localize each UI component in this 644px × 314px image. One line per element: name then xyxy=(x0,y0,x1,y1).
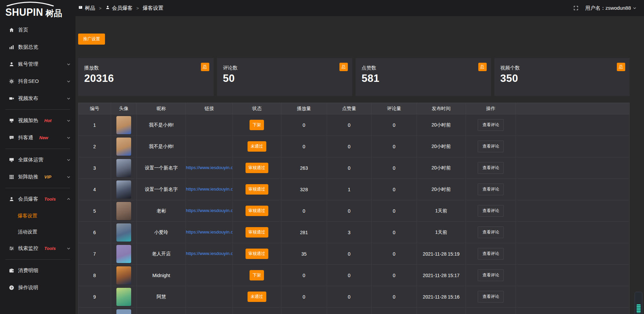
avatar[interactable] xyxy=(116,266,131,284)
stat-card-评论数: 评论数50总 xyxy=(217,58,353,96)
view-comments-button[interactable]: 查看评论 xyxy=(478,205,504,217)
cell-action: 查看评论 xyxy=(466,222,516,243)
cell-publish-time: 2021-11-28 15:17 xyxy=(417,265,466,286)
cell-likes xyxy=(327,308,371,314)
sidebar-item-数据总览[interactable]: 数据总览 xyxy=(0,39,75,56)
cell-avatar xyxy=(111,265,137,286)
status-badge[interactable]: 未通过 xyxy=(248,292,266,302)
sidebar-item-视频加热[interactable]: 视频加热Hot xyxy=(0,112,75,129)
stripes-icon xyxy=(637,304,641,313)
status-badge[interactable]: 下架 xyxy=(250,270,264,280)
video-link[interactable]: https://www.iesdouyin.c xyxy=(186,251,232,256)
view-comments-button[interactable]: 查看评论 xyxy=(478,141,504,152)
user-menu[interactable]: 用户名：zswodun88 xyxy=(585,5,637,11)
sidebar-item-账号管理[interactable]: 账号管理 xyxy=(0,56,75,73)
sidebar-item-操作说明[interactable]: ?操作说明 xyxy=(0,279,75,296)
cell-link xyxy=(186,114,233,136)
cell-empty xyxy=(516,243,630,265)
video-link[interactable]: https://www.iesdouyin.c xyxy=(186,229,232,234)
avatar[interactable] xyxy=(116,245,131,263)
view-comments-button[interactable]: 查看评论 xyxy=(478,248,504,260)
sidebar-item-badge: Tools xyxy=(44,197,56,202)
cell-status: 审核通过 xyxy=(233,200,281,222)
avatar[interactable] xyxy=(116,116,131,134)
cell-action: 查看评论 xyxy=(466,200,516,222)
avatar[interactable] xyxy=(116,202,131,220)
floating-widget[interactable] xyxy=(635,292,642,314)
cell-number: 6 xyxy=(78,222,111,243)
table-body: 1我不是小帅!下架00020小时前查看评论2我不是小帅!未通过00020小时前查… xyxy=(78,114,630,314)
status-badge[interactable]: 审核通过 xyxy=(246,184,268,195)
video-link[interactable]: https://www.iesdouyin.c xyxy=(186,208,232,213)
sidebar-item-badge: New xyxy=(39,135,48,140)
promo-settings-button[interactable]: 推广设置 xyxy=(78,34,105,45)
breadcrumb-item-会员爆客[interactable]: 会员爆客 xyxy=(105,5,133,12)
cell-likes: 0 xyxy=(327,136,371,157)
sidebar-item-线索监控[interactable]: 线索监控Tools xyxy=(0,240,75,257)
avatar[interactable] xyxy=(116,159,131,177)
view-comments-button[interactable]: 查看评论 xyxy=(478,119,504,131)
status-badge[interactable]: 下架 xyxy=(250,120,264,130)
total-badge: 总 xyxy=(478,63,487,71)
sidebar-item-label: 视频加热 xyxy=(18,117,38,124)
cell-plays: 0 xyxy=(281,265,327,286)
cell-comments: 0 xyxy=(372,243,417,265)
column-header-编号: 编号 xyxy=(78,103,111,114)
table-row: 1我不是小帅!下架00020小时前查看评论 xyxy=(78,114,630,136)
sidebar-item-会员爆客[interactable]: 会员爆客Tools xyxy=(0,191,75,208)
cell-status xyxy=(233,308,281,314)
table-row: 9阿慧未通过0002021-11-28 15:16查看评论 xyxy=(78,286,630,308)
column-header-播放量: 播放量 xyxy=(281,103,327,114)
view-comments-button[interactable]: 查看评论 xyxy=(478,226,504,238)
breadcrumb-item-树品[interactable]: 树品 xyxy=(78,5,95,12)
cell-publish-time: 1天前 xyxy=(417,222,466,243)
avatar[interactable] xyxy=(116,223,131,242)
sidebar-subitem-活动设置[interactable]: 活动设置 xyxy=(0,224,75,240)
sidebar-item-消费明细[interactable]: 消费明细 xyxy=(0,262,75,279)
stat-card-value: 50 xyxy=(223,72,346,85)
cell-nickname: 我不是小帅! xyxy=(137,114,186,136)
status-badge[interactable]: 未通过 xyxy=(248,141,266,152)
sidebar-subitem-爆客设置[interactable]: 爆客设置 xyxy=(0,208,75,224)
breadcrumb-item-爆客设置[interactable]: 爆客设置 xyxy=(143,5,163,12)
cell-publish-time: 20小时前 xyxy=(417,136,466,157)
sidebar-item-矩阵助推[interactable]: 矩阵助推VIP xyxy=(0,168,75,186)
sidebar-item-抖音SEO[interactable]: 抖音SEO xyxy=(0,73,75,90)
sidebar-item-抖客通[interactable]: 抖客通New xyxy=(0,129,75,146)
view-comments-button[interactable]: 查看评论 xyxy=(478,162,504,174)
status-badge[interactable]: 审核通过 xyxy=(246,163,268,173)
sidebar-item-全媒体运营[interactable]: 全媒体运营 xyxy=(0,151,75,168)
cell-publish-time: 1天前 xyxy=(417,200,466,222)
avatar[interactable] xyxy=(116,309,131,314)
status-badge[interactable]: 审核通过 xyxy=(246,227,268,238)
view-comments-button[interactable]: 查看评论 xyxy=(478,184,504,195)
cell-empty xyxy=(516,286,630,308)
status-badge[interactable]: 审核通过 xyxy=(246,249,268,259)
view-comments-button[interactable]: 查看评论 xyxy=(478,269,504,281)
app-logo[interactable]: SHUPIN 树品 xyxy=(0,0,75,19)
avatar[interactable] xyxy=(116,288,131,306)
view-comments-button[interactable]: 查看评论 xyxy=(478,291,504,303)
chevron-down-icon xyxy=(66,136,71,140)
breadcrumb-label: 爆客设置 xyxy=(143,5,163,12)
cell-status: 未通过 xyxy=(233,286,281,308)
wallet-icon xyxy=(9,268,15,273)
breadcrumb-label: 树品 xyxy=(85,5,95,12)
video-link[interactable]: https://www.iesdouyin.c xyxy=(186,165,232,170)
status-badge[interactable]: 审核通过 xyxy=(246,206,268,216)
sidebar-item-首页[interactable]: 首页 xyxy=(0,21,75,39)
username-label: 用户名：zswodun88 xyxy=(585,5,631,11)
sidebar-menu: 首页数据总览账号管理抖音SEO视频发布视频加热Hot抖客通New全媒体运营矩阵助… xyxy=(0,21,75,296)
sidebar-item-视频发布[interactable]: 视频发布 xyxy=(0,90,75,107)
video-link[interactable]: https://www.iesdouyin.c xyxy=(186,187,232,192)
avatar[interactable] xyxy=(116,138,131,156)
sidebar-item-label: 账号管理 xyxy=(18,61,38,67)
sidebar-item-label: 线索监控 xyxy=(18,245,38,252)
cell-publish-time: 2021-11-28 15:16 xyxy=(417,286,466,308)
topbar-right: 用户名：zswodun88 xyxy=(573,5,637,11)
avatar[interactable] xyxy=(116,180,131,199)
cell-avatar xyxy=(111,308,137,314)
cell-status: 下架 xyxy=(233,114,281,136)
fullscreen-icon[interactable] xyxy=(573,5,579,11)
sidebar-item-label: 矩阵助推 xyxy=(18,174,38,180)
